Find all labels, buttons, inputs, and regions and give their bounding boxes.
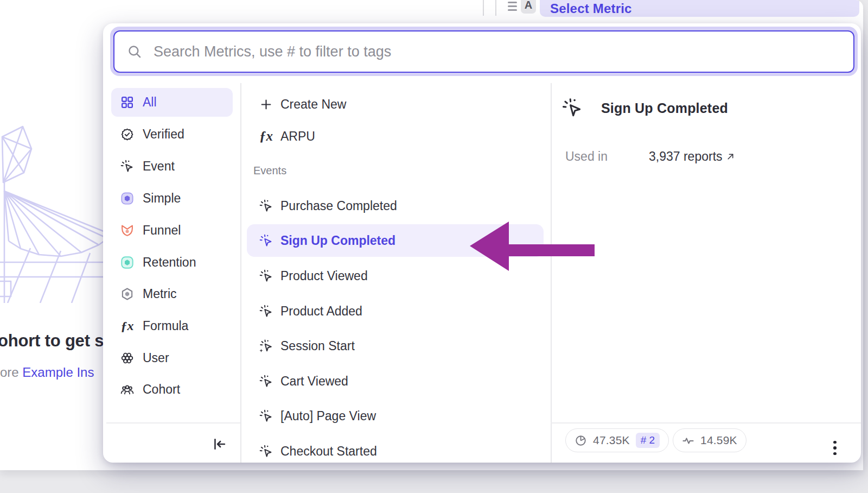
- query-row-divider: [495, 0, 496, 16]
- list-item-label: Create New: [280, 97, 346, 112]
- used-in-row: Used in 3,937 reports: [565, 149, 735, 164]
- volume-stat-badge[interactable]: 14.59K: [673, 428, 746, 452]
- background-link-line: ore Example Ins: [0, 365, 94, 380]
- collapse-left-icon[interactable]: [212, 437, 228, 453]
- event-cursor-icon: [120, 160, 134, 173]
- search-focus-ring: [110, 27, 858, 76]
- used-in-label: Used in: [565, 149, 649, 164]
- kebab-menu-icon[interactable]: [830, 438, 840, 458]
- sidebar-item-label: Simple: [143, 191, 181, 206]
- arrow-up-right-icon: [726, 152, 735, 161]
- sidebar-item-all[interactable]: All: [111, 88, 233, 117]
- activity-icon: [682, 434, 694, 447]
- formula-fx-icon: ƒx: [259, 130, 273, 143]
- list-item-label: Product Viewed: [280, 269, 368, 283]
- sidebar-divider: [240, 83, 241, 463]
- example-insights-link[interactable]: Example Ins: [22, 365, 94, 380]
- background-heading-fragment: ohort to get s: [0, 331, 104, 351]
- pie-chart-icon: [575, 434, 587, 447]
- sidebar-item-cohort[interactable]: Cohort: [111, 375, 233, 404]
- wireframe-illustration: [0, 121, 106, 303]
- search-icon: [127, 45, 142, 59]
- sidebar-item-event[interactable]: Event: [111, 152, 233, 181]
- list-item-arpu[interactable]: ƒx ARPU: [247, 123, 544, 150]
- used-in-value: 3,937 reports: [649, 149, 723, 164]
- sidebar-item-simple[interactable]: Simple: [111, 184, 233, 213]
- sidebar-item-label: User: [143, 351, 169, 365]
- stat-value: 47.35K: [593, 434, 630, 447]
- list-item-label: Purchase Completed: [280, 199, 397, 213]
- list-item-product-added[interactable]: Product Added: [247, 298, 544, 325]
- list-item-label: Checkout Started: [280, 444, 377, 459]
- query-row-divider: [483, 0, 484, 16]
- funnel-icon: [120, 224, 134, 237]
- event-cursor-icon: [259, 409, 273, 423]
- sidebar-item-verified[interactable]: Verified: [111, 120, 233, 149]
- used-in-reports-link[interactable]: 3,937 reports: [649, 149, 735, 164]
- search-bar[interactable]: [113, 30, 854, 73]
- retention-icon: [120, 256, 134, 269]
- list-item-cart-viewed[interactable]: Cart Viewed: [247, 368, 544, 395]
- detail-header: Sign Up Completed: [562, 98, 728, 118]
- list-item-auto-page-view[interactable]: [Auto] Page View: [247, 402, 544, 429]
- sidebar-item-label: Retention: [143, 255, 196, 270]
- sidebar-item-label: Formula: [143, 319, 188, 333]
- session-start-cursor-icon: [259, 339, 273, 353]
- list-item-session-start[interactable]: Session Start: [247, 332, 544, 359]
- search-input[interactable]: [152, 43, 853, 61]
- sidebar-item-label: All: [143, 95, 157, 110]
- list-item-checkout-started[interactable]: Checkout Started: [247, 438, 544, 463]
- select-metric-slot[interactable]: Select Metric: [540, 0, 859, 17]
- list-item-label: Sign Up Completed: [280, 233, 395, 248]
- usage-stat-badge[interactable]: 47.35K # 2: [565, 428, 669, 452]
- verified-badge-icon: [120, 128, 134, 141]
- events-section-header: Events: [253, 165, 286, 177]
- event-cursor-icon: [562, 98, 583, 118]
- sidebar-item-formula[interactable]: ƒx Formula: [111, 312, 233, 340]
- event-cursor-icon: [259, 199, 273, 213]
- detail-title: Sign Up Completed: [601, 100, 728, 116]
- event-cursor-icon: [259, 234, 273, 248]
- event-cursor-icon: [259, 375, 273, 388]
- event-cursor-icon: [259, 269, 273, 283]
- select-metric-label: Select Metric: [550, 1, 632, 16]
- sidebar-item-label: Metric: [143, 287, 177, 301]
- sidebar-item-label: Cohort: [143, 382, 180, 397]
- sidebar-item-label: Verified: [143, 127, 184, 142]
- drag-handle-icon[interactable]: [508, 2, 517, 12]
- event-cursor-icon: [259, 445, 273, 458]
- create-new-button[interactable]: Create New: [247, 91, 544, 118]
- list-item-label: Product Added: [280, 304, 362, 319]
- list-item-label: [Auto] Page View: [280, 409, 376, 424]
- sidebar-footer-divider: [106, 422, 240, 424]
- sidebar-item-funnel[interactable]: Funnel: [111, 216, 233, 245]
- sidebar-item-label: Event: [143, 159, 175, 174]
- simple-board-icon: [120, 192, 134, 205]
- rank-chip: # 2: [636, 433, 660, 448]
- sidebar-item-label: Funnel: [143, 223, 181, 238]
- formula-fx-icon: ƒx: [120, 319, 134, 333]
- user-cluster-icon: [120, 351, 134, 365]
- sidebar-item-retention[interactable]: Retention: [111, 248, 233, 277]
- list-item-purchase-completed[interactable]: Purchase Completed: [247, 192, 544, 219]
- list-item-label: Cart Viewed: [280, 374, 348, 389]
- detail-footer-divider: [551, 422, 861, 424]
- event-cursor-icon: [259, 305, 273, 318]
- list-item-label: Session Start: [280, 339, 355, 353]
- plus-icon: [259, 98, 273, 111]
- sidebar-item-metric[interactable]: Metric: [111, 280, 233, 308]
- stat-value: 14.59K: [700, 434, 737, 447]
- link-prefix-text: ore: [0, 365, 22, 380]
- cohort-people-icon: [120, 383, 134, 396]
- sidebar-item-user[interactable]: User: [111, 344, 233, 372]
- list-item-label: ARPU: [280, 129, 315, 144]
- annotation-arrow: [467, 217, 597, 274]
- grid-icon: [120, 96, 134, 109]
- metric-hexagon-icon: [120, 287, 134, 301]
- series-letter-badge: A: [521, 0, 536, 14]
